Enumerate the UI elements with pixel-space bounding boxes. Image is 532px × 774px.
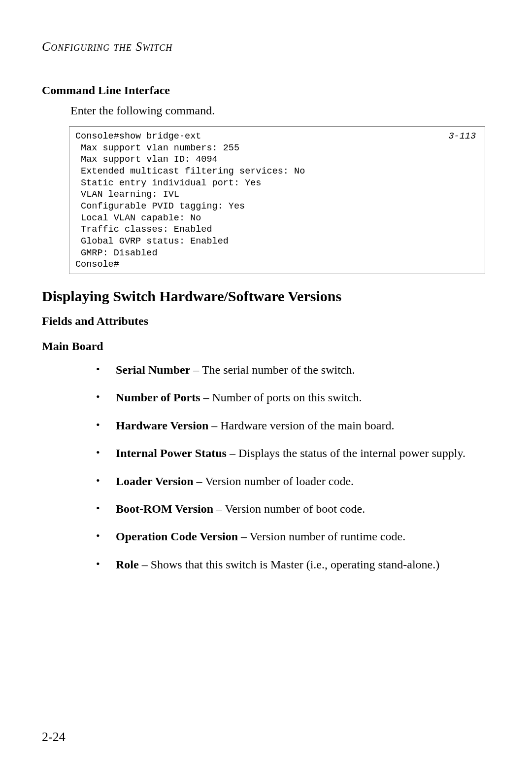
field-list: Serial Number – The serial number of the… xyxy=(91,362,485,572)
code-content: Console#show bridge-ext Max support vlan… xyxy=(75,131,305,270)
term: Number of Ports xyxy=(116,391,200,404)
description: Version number of boot code. xyxy=(225,502,366,515)
description: The serial number of the switch. xyxy=(202,363,355,376)
console-code-block: 3-113Console#show bridge-ext Max support… xyxy=(69,126,485,274)
heading-cli: Command Line Interface xyxy=(42,84,485,97)
list-item: Boot-ROM Version – Version number of boo… xyxy=(91,501,485,517)
separator: – xyxy=(139,558,151,571)
intro-paragraph: Enter the following command. xyxy=(70,104,485,117)
description: Hardware version of the main board. xyxy=(220,419,394,432)
list-item: Hardware Version – Hardware version of t… xyxy=(91,418,485,433)
term: Operation Code Version xyxy=(116,530,238,543)
subheading-fields: Fields and Attributes xyxy=(42,315,485,328)
separator: – xyxy=(238,530,250,543)
separator: – xyxy=(190,363,202,376)
description: Version number of loader code. xyxy=(205,475,354,488)
description: Shows that this switch is Master (i.e., … xyxy=(151,558,440,571)
list-item: Operation Code Version – Version number … xyxy=(91,528,485,544)
separator: – xyxy=(213,502,225,515)
code-crossref: 3-113 xyxy=(448,131,476,142)
subheading-main-board: Main Board xyxy=(42,340,485,353)
list-item: Number of Ports – Number of ports on thi… xyxy=(91,389,485,405)
page-number: 2-24 xyxy=(42,730,66,744)
separator: – xyxy=(227,447,238,459)
term: Role xyxy=(116,558,139,571)
running-head: Configuring the Switch xyxy=(42,39,485,54)
list-item: Internal Power Status – Displays the sta… xyxy=(91,445,485,461)
separator: – xyxy=(194,475,205,488)
description: Version number of runtime code. xyxy=(250,530,406,543)
separator: – xyxy=(208,419,220,432)
term: Hardware Version xyxy=(116,419,208,432)
term: Serial Number xyxy=(116,363,190,376)
heading-versions: Displaying Switch Hardware/Software Vers… xyxy=(42,288,485,305)
term: Loader Version xyxy=(116,475,194,488)
term: Internal Power Status xyxy=(116,447,227,459)
term: Boot-ROM Version xyxy=(116,502,213,515)
list-item: Loader Version – Version number of loade… xyxy=(91,473,485,489)
page: Configuring the Switch Command Line Inte… xyxy=(0,0,532,572)
description: Number of ports on this switch. xyxy=(212,391,362,404)
separator: – xyxy=(200,391,212,404)
list-item: Serial Number – The serial number of the… xyxy=(91,362,485,378)
description: Displays the status of the internal powe… xyxy=(238,447,466,459)
list-item: Role – Shows that this switch is Master … xyxy=(91,557,485,572)
